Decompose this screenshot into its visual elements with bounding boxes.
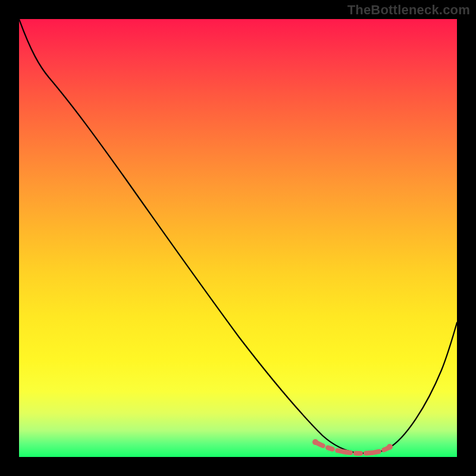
watermark-text: TheBottleneck.com xyxy=(347,2,470,18)
curve-layer xyxy=(19,19,457,457)
marker-end-dot-right xyxy=(387,444,393,450)
plot-area xyxy=(19,19,457,457)
bottleneck-curve xyxy=(19,19,457,453)
marker-end-dot-left xyxy=(312,439,318,445)
optimal-range-marker xyxy=(315,442,389,453)
chart-frame: TheBottleneck.com xyxy=(0,0,476,476)
